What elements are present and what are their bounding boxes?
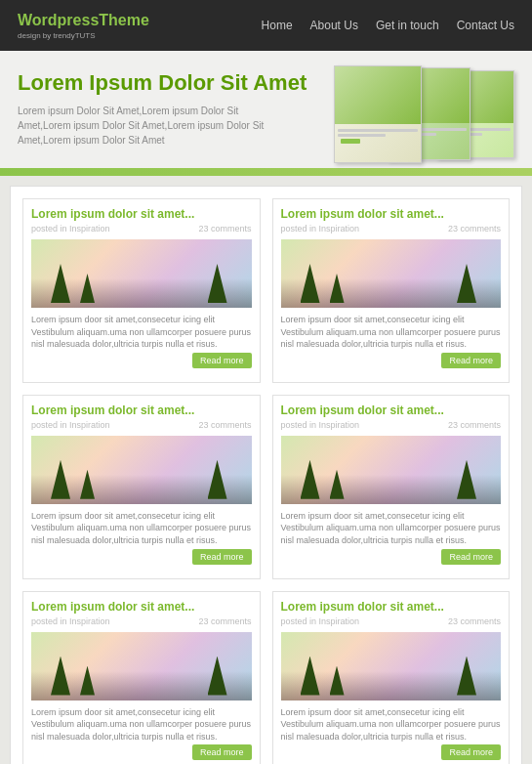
post-image	[281, 239, 502, 308]
read-more-button[interactable]: Read more	[192, 549, 252, 565]
post-card-2-2: Lorem ipsum dolor sit amet... posted in …	[272, 395, 511, 579]
post-meta-left: posted in Inspiration	[281, 224, 360, 233]
hero-title: Lorem Ipsum Dolor Sit Amet	[18, 70, 324, 96]
post-image	[31, 632, 252, 700]
post-desc: Lorem ipsum door sit amet,consecetur ici…	[31, 706, 252, 761]
nav-contact[interactable]: Contact Us	[457, 19, 514, 32]
hero: Lorem Ipsum Dolor Sit Amet Lorem ipsum D…	[0, 51, 532, 168]
hero-text: Lorem Ipsum Dolor Sit Amet Lorem ipsum D…	[18, 70, 334, 148]
post-meta-right: 23 comments	[198, 616, 251, 626]
post-image	[281, 632, 502, 700]
post-image	[31, 436, 252, 504]
post-meta-right: 23 comments	[198, 224, 251, 233]
nav: Home About Us Get in touch Contact Us	[262, 19, 514, 32]
posts-row-3: Lorem ipsum dolor sit amet... posted in …	[22, 591, 510, 764]
post-card-3-2: Lorem ipsum dolor sit amet... posted in …	[272, 591, 511, 764]
post-meta-right: 23 comments	[448, 616, 501, 626]
post-meta: posted in Inspiration 23 comments	[31, 616, 252, 626]
read-more-button[interactable]: Read more	[192, 353, 252, 368]
read-more-button[interactable]: Read more	[441, 744, 501, 760]
post-card-2-1: Lorem ipsum dolor sit amet... posted in …	[22, 395, 261, 579]
post-title[interactable]: Lorem ipsum dolor sit amet...	[31, 600, 252, 614]
hero-image	[334, 65, 514, 163]
post-title[interactable]: Lorem ipsum dolor sit amet...	[281, 403, 502, 417]
post-card-3-1: Lorem ipsum dolor sit amet... posted in …	[22, 591, 261, 764]
posts-row-2: Lorem ipsum dolor sit amet... posted in …	[22, 395, 510, 579]
post-image	[281, 436, 502, 504]
post-meta-left: posted in Inspiration	[31, 420, 110, 430]
read-more-button[interactable]: Read more	[192, 744, 252, 760]
screenshot-front	[334, 65, 422, 163]
nav-touch[interactable]: Get in touch	[376, 19, 439, 32]
post-title[interactable]: Lorem ipsum dolor sit amet...	[31, 207, 252, 221]
nav-about[interactable]: About Us	[310, 19, 358, 32]
post-meta-left: posted in Inspiration	[31, 616, 110, 626]
post-meta-left: posted in Inspiration	[281, 420, 360, 430]
logo-accent: Theme	[99, 12, 149, 28]
post-card-1-2: Lorem ipsum dolor sit amet... posted in …	[272, 198, 511, 383]
nav-home[interactable]: Home	[262, 19, 293, 32]
post-card-1-1: Lorem ipsum dolor sit amet... posted in …	[22, 198, 261, 383]
post-title[interactable]: Lorem ipsum dolor sit amet...	[31, 403, 252, 417]
logo-subtitle: design by trendyTUTS	[18, 31, 149, 40]
post-meta: posted in Inspiration 23 comments	[281, 420, 502, 430]
logo-plain: Wordpress	[18, 12, 99, 28]
post-title[interactable]: Lorem ipsum dolor sit amet...	[281, 600, 502, 614]
main: Lorem ipsum dolor sit amet... posted in …	[0, 176, 532, 764]
read-more-button[interactable]: Read more	[441, 353, 501, 368]
post-meta-right: 23 comments	[448, 224, 501, 233]
logo-area: WordpressTheme design by trendyTUTS	[18, 12, 149, 40]
logo-title: WordpressTheme	[18, 12, 149, 29]
screenshot-stack	[334, 65, 514, 173]
post-title[interactable]: Lorem ipsum dolor sit amet...	[281, 207, 502, 221]
posts-grid: Lorem ipsum dolor sit amet... posted in …	[10, 186, 522, 764]
header: WordpressTheme design by trendyTUTS Home…	[0, 0, 532, 51]
post-desc: Lorem ipsum door sit amet,consecetur ici…	[281, 706, 502, 761]
posts-row-1: Lorem ipsum dolor sit amet... posted in …	[22, 198, 510, 383]
post-image	[31, 239, 252, 308]
post-meta-right: 23 comments	[198, 420, 251, 430]
hero-body: Lorem ipsum Dolor Sit Amet,Lorem ipsum D…	[18, 104, 324, 148]
post-meta-right: 23 comments	[448, 420, 501, 430]
post-meta-left: posted in Inspiration	[281, 616, 360, 626]
post-desc: Lorem ipsum door sit amet,consecetur ici…	[31, 314, 252, 368]
post-desc: Lorem ipsum door sit amet,consecetur ici…	[281, 314, 502, 368]
post-desc: Lorem ipsum door sit amet,consecetur ici…	[281, 510, 502, 565]
read-more-button[interactable]: Read more	[441, 549, 501, 565]
post-meta-left: posted in Inspiration	[31, 224, 110, 233]
post-meta: posted in Inspiration 23 comments	[281, 224, 502, 233]
post-desc: Lorem ipsum door sit amet,consecetur ici…	[31, 510, 252, 565]
post-meta: posted in Inspiration 23 comments	[31, 224, 252, 233]
post-meta: posted in Inspiration 23 comments	[31, 420, 252, 430]
post-meta: posted in Inspiration 23 comments	[281, 616, 502, 626]
